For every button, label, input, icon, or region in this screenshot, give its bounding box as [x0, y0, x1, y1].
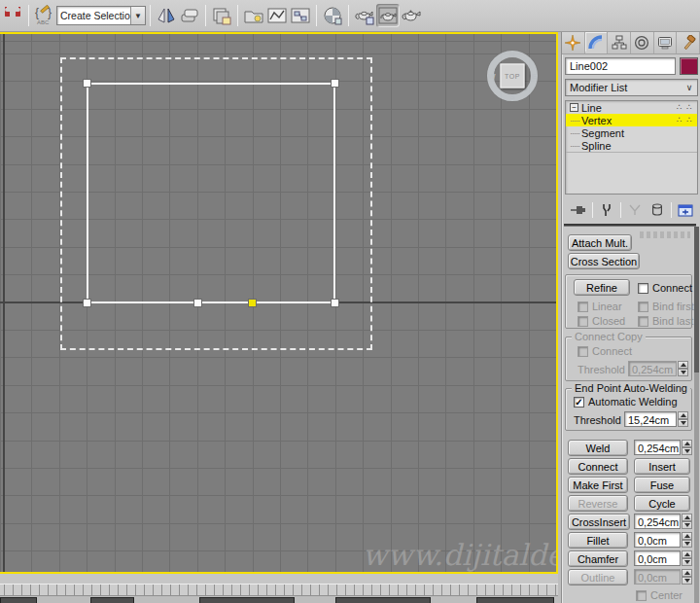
rollout-scrollbar[interactable] — [694, 227, 699, 603]
dropdown-arrow-icon[interactable]: ▼ — [130, 7, 145, 24]
crossinsert-button[interactable]: CrossInsert — [568, 514, 630, 530]
spinner-down-icon[interactable] — [682, 521, 692, 529]
spinner-value[interactable]: 15,24cm — [624, 411, 677, 427]
checkbox-box[interactable] — [638, 283, 648, 294]
tab-motion[interactable] — [631, 32, 654, 53]
status-field[interactable] — [90, 597, 134, 603]
checkbox-box[interactable] — [578, 346, 588, 357]
spinner-up-icon[interactable] — [678, 361, 688, 369]
chamfer-button[interactable]: Chamfer — [568, 550, 628, 567]
tab-create[interactable] — [562, 32, 585, 53]
collapse-icon[interactable]: − — [570, 103, 578, 112]
curve-editor-icon[interactable] — [265, 4, 289, 27]
scrollbar-thumb[interactable] — [694, 227, 699, 372]
mirror-icon[interactable] — [155, 4, 178, 27]
stack-item-segment[interactable]: ····· Segment — [566, 126, 697, 139]
connect-button[interactable]: Connect — [568, 458, 628, 475]
spline-shape[interactable] — [87, 83, 335, 303]
quick-render-icon[interactable] — [400, 4, 423, 27]
spinner-up-icon[interactable] — [682, 532, 692, 540]
vertex-marker[interactable] — [332, 80, 338, 87]
crossinsert-spinner[interactable]: 0,254cm — [634, 514, 692, 529]
spinner-down-icon[interactable] — [682, 577, 692, 585]
spinner-down-icon[interactable] — [682, 558, 692, 566]
connect-copy-threshold-spinner[interactable]: 0,254cm — [628, 361, 688, 376]
chamfer-spinner[interactable]: 0,0cm — [634, 550, 692, 566]
fuse-button[interactable]: Fuse — [634, 477, 690, 493]
checkbox-box[interactable] — [636, 590, 647, 601]
selected-vertex-marker[interactable] — [249, 300, 256, 306]
connect-checkbox[interactable]: Connect — [638, 282, 692, 294]
spinner-down-icon[interactable] — [678, 419, 688, 427]
spinner-up-icon[interactable] — [678, 411, 688, 419]
vertex-marker[interactable] — [194, 300, 201, 306]
spinner-value[interactable]: 0,254cm — [634, 440, 681, 455]
closed-checkbox[interactable]: Closed — [578, 315, 625, 327]
connect-copy-checkbox[interactable]: Connect — [578, 345, 632, 357]
vertex-marker[interactable] — [84, 300, 90, 306]
spinner-down-icon[interactable] — [682, 447, 692, 455]
schematic-view-icon[interactable] — [289, 4, 312, 27]
status-field[interactable] — [199, 597, 295, 603]
tab-display[interactable] — [654, 32, 678, 53]
spinner-value[interactable]: 0,0cm — [634, 569, 681, 585]
linear-checkbox[interactable]: Linear — [578, 301, 622, 312]
object-color-swatch[interactable] — [680, 57, 698, 75]
snap-magnet-icon[interactable] — [1, 4, 24, 27]
make-first-button[interactable]: Make First — [568, 477, 628, 493]
bind-last-checkbox[interactable]: Bind last — [638, 315, 693, 327]
reverse-button[interactable]: Reverse — [568, 495, 628, 512]
pin-stack-icon[interactable] — [570, 202, 587, 218]
outline-spinner[interactable]: 0,0cm — [634, 569, 692, 585]
spinner-down-icon[interactable] — [682, 540, 692, 548]
spinner-value[interactable]: 0,254cm — [628, 361, 677, 376]
render-setup-icon[interactable] — [353, 4, 376, 27]
spinner-up-icon[interactable] — [682, 550, 692, 558]
selection-set-dropdown[interactable]: Create Selection Se ▼ — [56, 6, 146, 25]
status-field[interactable] — [335, 597, 431, 603]
fillet-spinner[interactable]: 0,0cm — [634, 532, 692, 548]
stack-item-line[interactable]: − Line ∴ ∴ — [566, 101, 697, 114]
stack-item-vertex[interactable]: ····· Vertex ∴ ∴ — [566, 114, 697, 126]
stack-item-spline[interactable]: ····· Spline — [566, 139, 697, 152]
automatic-welding-checkbox[interactable]: ✓Automatic Welding — [574, 396, 678, 408]
show-end-result-icon[interactable] — [598, 202, 615, 218]
track-bar[interactable] — [0, 584, 558, 596]
vertex-marker[interactable] — [332, 300, 338, 306]
bind-first-checkbox[interactable]: Bind first — [638, 301, 694, 312]
weld-button[interactable]: Weld — [568, 440, 628, 456]
refine-button[interactable]: Refine — [574, 279, 630, 296]
graphite-folder-icon[interactable] — [242, 4, 265, 27]
make-unique-icon[interactable] — [626, 202, 644, 218]
spinner-value[interactable]: 0,254cm — [634, 514, 681, 529]
insert-button[interactable]: Insert — [634, 458, 690, 475]
attach-mult-button[interactable]: Attach Mult. — [568, 234, 632, 251]
viewcube-top-face[interactable]: TOP — [501, 64, 525, 89]
rendered-frame-window-icon[interactable] — [376, 4, 400, 27]
spinner-up-icon[interactable] — [682, 440, 692, 447]
tab-modify[interactable] — [585, 32, 609, 53]
named-selection-sets-icon[interactable]: {}ABC — [33, 4, 56, 27]
spinner-value[interactable]: 0,0cm — [634, 532, 681, 548]
status-field[interactable] — [0, 597, 37, 603]
center-checkbox[interactable]: Center — [636, 589, 682, 601]
remove-modifier-icon[interactable] — [648, 202, 666, 218]
checkbox-box[interactable] — [578, 302, 588, 312]
weld-threshold-spinner[interactable]: 0,254cm — [634, 440, 692, 455]
checkbox-box[interactable]: ✓ — [574, 397, 584, 408]
tab-utilities[interactable] — [677, 32, 700, 53]
cycle-button[interactable]: Cycle — [634, 495, 690, 512]
fillet-button[interactable]: Fillet — [568, 532, 628, 549]
layer-manager-icon[interactable] — [210, 4, 233, 27]
align-icon[interactable] — [178, 4, 201, 27]
auto-weld-threshold-spinner[interactable]: 15,24cm — [624, 411, 688, 427]
checkbox-box[interactable] — [638, 316, 648, 327]
spinner-value[interactable]: 0,0cm — [634, 550, 681, 566]
configure-modifier-sets-icon[interactable] — [677, 202, 694, 218]
spinner-up-icon[interactable] — [682, 569, 692, 577]
spinner-up-icon[interactable] — [682, 514, 692, 521]
checkbox-box[interactable] — [578, 316, 588, 327]
cross-section-button[interactable]: Cross Section — [568, 253, 640, 269]
spinner-down-icon[interactable] — [678, 369, 688, 376]
modifier-list-dropdown[interactable]: Modifier List ∨ — [565, 79, 698, 96]
